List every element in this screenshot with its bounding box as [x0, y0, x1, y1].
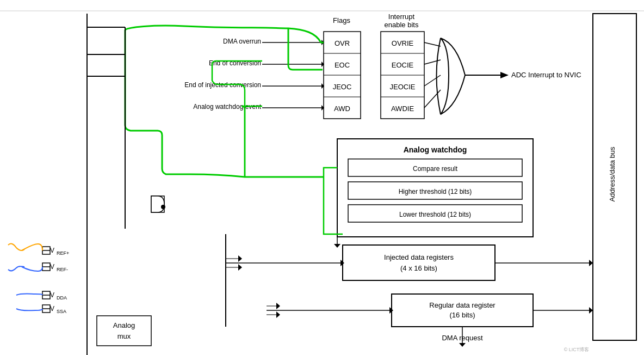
- interrupt-enable-label2: enable bits: [385, 21, 419, 29]
- injected-data-regs-label: Injected data registers: [384, 253, 454, 261]
- injected-data-regs-bits: (4 x 16 bits): [400, 264, 437, 272]
- dma-overrun-label: DMA overrun: [223, 38, 261, 45]
- svg-rect-30: [343, 245, 495, 280]
- svg-point-52: [161, 205, 165, 209]
- higher-threshold-label: Higher threshold (12 bits): [399, 188, 472, 195]
- compare-result-label: Compare result: [413, 165, 458, 173]
- jeocie-label: JEOCIE: [390, 83, 416, 91]
- vssa-label: V: [50, 305, 54, 313]
- eocie-label: EOCIE: [392, 61, 414, 69]
- vdda-sub: DDA: [57, 295, 67, 301]
- vref-plus-sub: REF+: [57, 250, 69, 256]
- lower-threshold-label: Lower threshold (12 bits): [399, 211, 471, 218]
- regular-data-reg-bits: (16 bits): [450, 311, 475, 319]
- main-diagram: Flags Interrupt enable bits OVR EOC JEOC…: [0, 0, 644, 355]
- regular-data-reg-label: Regular data register: [429, 301, 496, 309]
- flags-label: Flags: [333, 16, 350, 25]
- vref-minus-label: V: [50, 263, 54, 271]
- vdda-label: V: [50, 291, 54, 299]
- svg-rect-33: [392, 294, 533, 327]
- ovrie-label: OVRIE: [392, 39, 414, 47]
- address-data-bus-label: Address/data bus: [608, 146, 616, 202]
- vref-plus-label: V: [50, 247, 54, 254]
- adc-interrupt-label: ADC Interrupt to NVIC: [511, 71, 581, 79]
- analog-watchdog-box-label: Analog watchdog: [404, 145, 467, 154]
- vssa-sub: SSA: [57, 309, 66, 314]
- svg-rect-39: [97, 316, 151, 346]
- awd-label: AWD: [334, 105, 350, 113]
- diagram-container: Flags Interrupt enable bits OVR EOC JEOC…: [0, 0, 644, 355]
- interrupt-enable-label: Interrupt: [388, 13, 415, 21]
- ovr-label: OVR: [335, 39, 350, 47]
- awdie-label: AWDIE: [391, 105, 414, 113]
- jeoc-label: JEOC: [333, 83, 352, 91]
- eoc-label: EOC: [335, 61, 350, 69]
- watermark: © LICT博客: [564, 347, 590, 352]
- vref-minus-sub: REF-: [57, 267, 68, 272]
- analog-mux-label1: Analog: [113, 321, 135, 329]
- analog-mux-label2: mux: [117, 332, 131, 340]
